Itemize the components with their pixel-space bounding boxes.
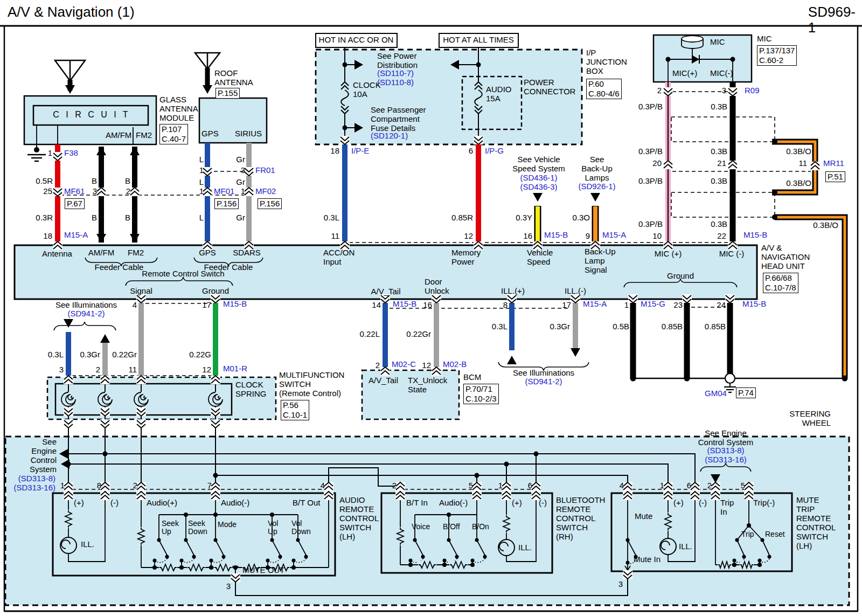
hu-ill-plus: ILL.(+) bbox=[501, 287, 525, 296]
connector-id: FR01 bbox=[255, 166, 275, 175]
mic-symbol-label: MIC bbox=[710, 38, 725, 47]
pin-number: 7 bbox=[207, 481, 212, 490]
feeder-cable-1: Feeder Cable bbox=[95, 263, 144, 272]
trip-label: Trip bbox=[741, 530, 754, 538]
connector-id: M15-B bbox=[223, 300, 247, 309]
wire-size: 0.3B bbox=[711, 220, 727, 229]
clock-spring-label: CLOCK SPRING bbox=[235, 380, 267, 399]
hu-fm2: FM2 bbox=[128, 248, 144, 258]
see-passenger-fuse: See Passenger Compartment Fuse Details bbox=[371, 106, 426, 133]
pin-number: 6 bbox=[687, 481, 691, 490]
wire-size: 0.85B bbox=[662, 322, 683, 331]
ref-sd436: (SD436-1) (SD436-3) bbox=[520, 174, 557, 192]
amfm-terminal-label: AM/FM bbox=[106, 131, 131, 140]
boff-label: B/Off bbox=[443, 523, 460, 531]
wire-size: 0.3B/O bbox=[786, 147, 811, 156]
remote-control-switch: Remote Control Switch bbox=[142, 269, 224, 279]
pin-number: 24 bbox=[717, 301, 726, 310]
wire-size: 0.3O bbox=[572, 213, 590, 223]
bt-in-label: B/T In bbox=[406, 499, 428, 508]
wire-size: 0.3L bbox=[492, 322, 508, 331]
wire-size: 0.22L bbox=[359, 330, 380, 339]
hot-at-all-times-label: HOT AT ALL TIMES bbox=[443, 36, 514, 45]
pin-number: 6 bbox=[528, 481, 532, 490]
pin-number: 16 bbox=[523, 232, 532, 241]
ref-sd926: (SD926-1) bbox=[578, 182, 615, 191]
wire-color: B bbox=[92, 213, 97, 223]
pin-number: 8 bbox=[97, 481, 101, 490]
connector-id: F38 bbox=[64, 149, 78, 158]
pin-number: 1 bbox=[48, 149, 52, 158]
bt-out-label: B/T Out bbox=[293, 499, 320, 508]
fm2-terminal-label: FM2 bbox=[136, 131, 152, 140]
ref-box: P.67 bbox=[65, 198, 85, 209]
hu-ground-big: Ground bbox=[667, 272, 694, 281]
plus-label: (+) bbox=[673, 499, 684, 508]
mic-ref: P.137/137 C.60-2 bbox=[757, 45, 797, 66]
pin-number: 4 bbox=[321, 481, 325, 490]
pin-number: 1 bbox=[60, 481, 65, 490]
wire-size: 0.3Y bbox=[516, 213, 532, 223]
pin-number: 3 bbox=[618, 580, 623, 589]
pin-number: 2 bbox=[133, 481, 137, 490]
steering-wheel-label: STEERING WHEEL bbox=[789, 410, 831, 428]
mic-plus-label: MIC(+) bbox=[672, 69, 697, 78]
pin-number: 12 bbox=[464, 232, 473, 241]
ill-label: ILL. bbox=[679, 542, 692, 551]
bcm-label: BCM bbox=[463, 373, 481, 382]
wire-size: 0.3B bbox=[711, 102, 727, 112]
audio-switch-name: AUDIO REMOTE CONTROL SWITCH (LH) bbox=[339, 496, 379, 542]
audio-minus-label: Audio(-) bbox=[221, 499, 249, 508]
wire-size: 0.85R bbox=[451, 213, 473, 223]
connector-id: M15-A bbox=[64, 231, 88, 240]
pin-number: 1 bbox=[241, 187, 245, 196]
pin-number: 2 bbox=[96, 365, 100, 375]
pin-number: 3 bbox=[241, 166, 245, 175]
bcm-ref: P.70/71 C.10-2/3 bbox=[463, 384, 499, 404]
hu-sdars: SDARS bbox=[233, 248, 261, 258]
wire-color: B bbox=[125, 177, 130, 186]
wire-size: 0.22Gr bbox=[406, 330, 431, 339]
vol-up-label: Vol Up bbox=[268, 520, 278, 536]
wire-size: 0.3L bbox=[48, 350, 64, 359]
pin-number: 9 bbox=[586, 232, 590, 241]
minus-label: (-) bbox=[699, 499, 707, 508]
pin-number: 18 bbox=[330, 147, 339, 156]
pin-number: 6 bbox=[469, 147, 473, 156]
pin-number: 2 bbox=[657, 86, 662, 95]
pin-number: 3 bbox=[226, 582, 231, 591]
pin-number: 1 bbox=[624, 301, 629, 310]
pin-number: 12 bbox=[202, 365, 211, 375]
plus-label: (+) bbox=[512, 499, 522, 508]
connector-id: I/P-G bbox=[485, 147, 504, 156]
wire-size: 0.3P/B bbox=[638, 177, 663, 186]
wire-size: 0.5R bbox=[36, 177, 53, 186]
see-power-distribution: See Power Distribution bbox=[377, 52, 418, 70]
audio-plus-label: Audio(+) bbox=[147, 499, 177, 508]
roof-antenna-ref: P.155 bbox=[215, 88, 240, 99]
pin-number: 1 bbox=[498, 481, 503, 490]
pin-number: 8 bbox=[503, 301, 508, 310]
wire-size: 0.3Gr bbox=[80, 350, 100, 359]
seek-up-label: Seek Up bbox=[162, 520, 179, 536]
connector-id: M15-B bbox=[544, 231, 568, 240]
multifunction-label: MULTIFUNCTION SWITCH (Remote Control) bbox=[279, 371, 344, 398]
connector-id: MF61 bbox=[64, 187, 85, 196]
pin-number: 11 bbox=[331, 232, 339, 241]
pin-number: 1 bbox=[199, 166, 204, 175]
connector-id: M02-B bbox=[443, 360, 467, 369]
multifunction-ref: P.56 C.10-1 bbox=[281, 400, 309, 420]
mode-label: Mode bbox=[218, 521, 237, 529]
mute-out-label: MUTE OUT bbox=[242, 566, 284, 575]
ref-sd110: (SD110-7) (SD110-8) bbox=[377, 69, 414, 87]
see-engine-left: See Engine Control System bbox=[30, 438, 57, 474]
ref-sd941: (SD941-2) bbox=[525, 377, 562, 386]
connector-id: M15-A bbox=[583, 300, 607, 309]
connector-id: R09 bbox=[745, 86, 760, 95]
hu-amfm: AM/FM bbox=[88, 248, 114, 258]
trip-minus-label: Trip(-) bbox=[753, 499, 775, 508]
ref-box: P.74 bbox=[736, 387, 756, 398]
wire-color: Gr bbox=[236, 155, 245, 164]
pin-number: 21 bbox=[717, 159, 726, 168]
pin-number: 25 bbox=[43, 187, 52, 196]
